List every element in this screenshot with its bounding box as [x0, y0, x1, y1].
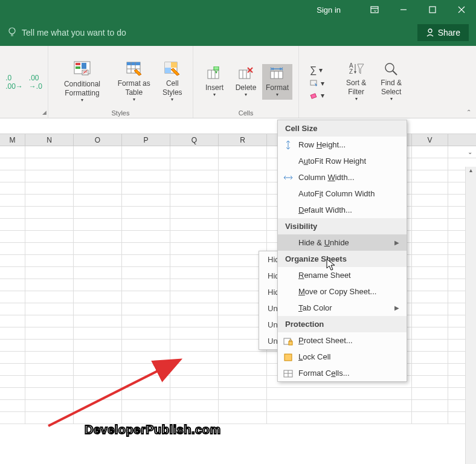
- menu-format-cells[interactable]: Format Cells...: [278, 365, 407, 381]
- find-select-label: Find & Select: [377, 79, 405, 96]
- ribbon: .0.00→ .00→.0 ◢ Conditional Formatting ▾…: [0, 46, 476, 118]
- share-person-icon: [426, 28, 434, 37]
- menu-move-copy[interactable]: Move or Copy Sheet...: [278, 283, 407, 300]
- col-header[interactable]: Q: [170, 134, 219, 146]
- annotation-arrow: [42, 353, 187, 432]
- fill-button[interactable]: ▾: [307, 78, 327, 89]
- svg-rect-5: [429, 7, 436, 13]
- col-header[interactable]: P: [122, 134, 170, 146]
- menu-header-organize: Organize Sheets: [278, 251, 407, 267]
- format-as-table-label: Format as Table: [116, 79, 152, 97]
- svg-rect-37: [271, 71, 283, 79]
- menu-tab-color[interactable]: Tab Color▶: [278, 300, 407, 316]
- format-cells-icon: [283, 368, 294, 379]
- insert-label: Insert: [205, 83, 224, 92]
- menu-header-cell-size: Cell Size: [278, 120, 407, 137]
- menu-default-width[interactable]: Default Width...: [278, 202, 407, 218]
- menu-header-visibility: Visibility: [278, 218, 407, 234]
- row-height-icon: [283, 140, 294, 150]
- svg-rect-20: [127, 62, 140, 65]
- styles-group-label: Styles: [112, 109, 130, 117]
- svg-rect-15: [82, 63, 86, 69]
- ribbon-display-options-icon[interactable]: [362, 0, 387, 19]
- col-header[interactable]: O: [74, 134, 122, 146]
- cell-styles-button[interactable]: Cell Styles ▾: [157, 60, 188, 103]
- submenu-arrow-icon: ▶: [394, 239, 399, 246]
- vertical-scrollbar[interactable]: ▴: [465, 167, 476, 464]
- styles-group: Conditional Formatting ▾ Format as Table…: [48, 46, 193, 118]
- cell-styles-label: Cell Styles: [161, 79, 184, 97]
- svg-rect-27: [165, 68, 171, 73]
- svg-point-8: [9, 28, 15, 34]
- format-as-table-button[interactable]: Format as Table ▾: [112, 60, 156, 103]
- col-header[interactable]: M: [0, 134, 25, 146]
- sort-filter-label: Sort & Filter: [344, 79, 368, 96]
- svg-rect-44: [310, 93, 317, 98]
- menu-autofit-column[interactable]: AutoFit Column Width: [278, 185, 407, 202]
- format-label: Format: [266, 83, 289, 92]
- close-icon[interactable]: [449, 0, 474, 19]
- minimize-icon[interactable]: [391, 0, 416, 19]
- svg-rect-26: [171, 62, 177, 68]
- lock-cell-icon: [283, 352, 294, 362]
- menu-autofit-row[interactable]: AutoFit Row Height: [278, 153, 407, 169]
- delete-label: Delete: [236, 83, 257, 92]
- conditional-formatting-label: Conditional Formatting: [57, 80, 108, 97]
- increase-decimal-icon[interactable]: .0.00→: [5, 74, 23, 91]
- window-titlebar: Sign in: [0, 0, 476, 19]
- cells-group: Insert ▾ Delete ▾ Format ▾ Cells: [193, 46, 299, 118]
- sort-find-group: AZ Sort & Filter ▾ Find & Select ▾: [335, 46, 414, 118]
- svg-rect-31: [214, 66, 219, 70]
- lightbulb-icon: [7, 27, 17, 39]
- format-dropdown-menu: Cell Size Row Height... AutoFit Row Heig…: [277, 120, 407, 382]
- col-header[interactable]: N: [25, 134, 74, 146]
- mouse-cursor-icon: [326, 259, 337, 272]
- svg-point-11: [428, 29, 432, 33]
- svg-rect-54: [285, 354, 292, 361]
- share-button[interactable]: Share: [417, 24, 469, 41]
- clear-button[interactable]: ▾: [307, 90, 327, 101]
- menu-protect-sheet[interactable]: Protect Sheet...: [278, 332, 407, 349]
- svg-rect-13: [76, 63, 80, 65]
- editing-icons-group: ∑ ▾ ▾ ▾: [299, 46, 335, 118]
- tell-me-bar: Tell me what you want to do Share: [0, 19, 476, 46]
- svg-rect-25: [165, 62, 171, 68]
- menu-rename-sheet[interactable]: Rename Sheet: [278, 267, 407, 283]
- scroll-up-icon[interactable]: ▴: [466, 167, 476, 178]
- protect-sheet-icon: [283, 335, 294, 346]
- col-header[interactable]: V: [412, 134, 448, 146]
- svg-rect-14: [76, 66, 80, 69]
- svg-line-3: [375, 10, 376, 11]
- submenu-arrow-icon: ▶: [394, 304, 399, 311]
- svg-line-49: [393, 71, 397, 75]
- cells-group-label: Cells: [239, 109, 253, 117]
- sort-filter-button[interactable]: AZ Sort & Filter ▾: [340, 60, 372, 103]
- format-cells-button[interactable]: Format ▾: [262, 64, 292, 100]
- column-width-icon: [283, 172, 294, 183]
- svg-rect-16: [82, 70, 88, 75]
- sign-in-link[interactable]: Sign in: [317, 5, 341, 14]
- tell-me-placeholder: Tell me what you want to do: [22, 28, 126, 37]
- menu-row-height[interactable]: Row Height...: [278, 137, 407, 153]
- svg-rect-53: [289, 341, 292, 345]
- svg-rect-0: [371, 7, 378, 13]
- conditional-formatting-button[interactable]: Conditional Formatting ▾: [53, 59, 111, 104]
- svg-text:Z: Z: [349, 68, 353, 75]
- svg-line-58: [48, 361, 178, 426]
- insert-cells-button[interactable]: Insert ▾: [199, 65, 230, 99]
- collapse-ribbon-icon[interactable]: ⌃: [466, 109, 471, 115]
- find-select-button[interactable]: Find & Select ▾: [373, 60, 409, 103]
- tell-me-input[interactable]: Tell me what you want to do: [7, 27, 126, 39]
- number-dialog-launcher-icon[interactable]: ◢: [42, 109, 47, 115]
- maximize-icon[interactable]: [420, 0, 445, 19]
- menu-lock-cell[interactable]: Lock Cell: [278, 349, 407, 365]
- col-header[interactable]: R: [219, 134, 267, 146]
- decrease-decimal-icon[interactable]: .00→.0: [29, 74, 42, 91]
- menu-column-width[interactable]: Column Width...: [278, 169, 407, 185]
- menu-hide-unhide[interactable]: Hide & Unhide▶: [278, 234, 407, 251]
- autosum-button[interactable]: ∑ ▾: [307, 63, 327, 77]
- svg-point-48: [385, 63, 394, 72]
- menu-header-protection: Protection: [278, 316, 407, 332]
- delete-cells-button[interactable]: Delete ▾: [231, 65, 261, 99]
- number-group: .0.00→ .00→.0 ◢: [0, 46, 48, 118]
